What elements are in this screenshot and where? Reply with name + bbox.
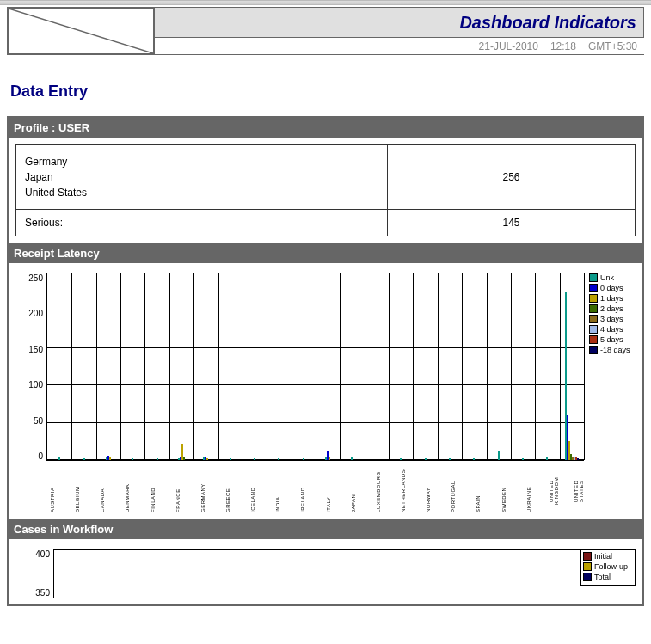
cases-workflow-chart: 400350 InitialFollow-upTotal [9,539,642,604]
bar [230,458,231,460]
x-tick: FINLAND [140,469,165,512]
bar-group [511,273,535,460]
legend-label: Initial [594,552,612,561]
legend-label: 1 days [600,294,623,303]
bar-group [243,273,267,460]
bar-group [486,273,510,460]
legend-label: 0 days [600,284,623,292]
x-tick: JAPAN [341,469,365,512]
bar [183,457,185,460]
bar-group [193,273,218,460]
bar-group [438,273,462,460]
legend-swatch [589,346,598,354]
bar-group [292,273,316,460]
cases-workflow-header: Cases in Workflow [9,519,642,539]
legend-swatch [589,304,598,313]
receipt-latency-chart: 250200150100500 Unk0 days1 days2 days3 d… [9,263,642,468]
x-tick: PORTUGAL [440,469,465,512]
chart-legend: Unk0 days1 days2 days3 days4 days5 days-… [584,273,636,461]
chart-plot-area [53,549,580,598]
report-date: 21-JUL-2010 [479,40,538,52]
bar-group [96,273,120,460]
bar-group [316,273,340,460]
report-tz: GMT+5:30 [588,40,637,52]
report-timestamp: 21-JUL-2010 12:18 GMT+5:30 [155,38,644,55]
x-tick: CANADA [89,469,114,512]
x-tick: BELGIUM [64,469,89,512]
bar [109,457,111,460]
y-tick: 350 [35,588,50,598]
svg-line-0 [9,9,153,53]
legend-item: Total [583,573,633,581]
logo-placeholder [7,7,155,55]
bar [303,458,304,460]
x-axis-labels: AUSTRIABELGIUMCANADADENMARKFINLANDFRANCE… [40,469,591,512]
bar [58,457,60,460]
y-axis-ticks: 250200150100500 [15,273,46,461]
x-tick: GREECE [215,469,240,512]
x-tick: ITALY [316,469,341,512]
legend-swatch [589,315,598,323]
x-tick: IRELAND [290,469,315,512]
bar [546,457,548,460]
y-tick: 150 [28,345,43,354]
bar [449,458,451,460]
bar-group [71,273,95,460]
legend-item: 2 days [589,304,636,313]
window-top-border [0,0,651,5]
x-tick: SPAIN [465,469,490,512]
bar-group [560,273,584,460]
x-tick: LUXEMBOURG [365,469,390,512]
bar [157,458,158,460]
legend-swatch [583,562,592,571]
bar [132,458,133,460]
bar-group [218,273,243,460]
section-title: Data Entry [10,83,641,101]
legend-item: 4 days [589,325,636,334]
legend-label: -18 days [600,346,630,354]
legend-label: 5 days [600,335,623,344]
bar [278,458,279,460]
report-time: 12:18 [550,40,576,52]
y-tick: 250 [28,273,43,283]
x-tick: NORWAY [415,469,440,512]
bar-group [340,273,364,460]
x-tick: NETHERLANDS [390,469,415,512]
receipt-latency-header: Receipt Latency [9,243,642,263]
count-cell: 256 [388,145,636,210]
legend-item: 5 days [589,335,636,344]
x-tick: SWEDEN [491,469,516,512]
legend-item: 3 days [589,315,636,323]
legend-item: Follow-up [583,562,633,571]
serious-label-cell: Serious: [16,210,388,236]
y-tick: 50 [34,416,43,426]
report-title: Dashboard Indicators [155,7,644,38]
legend-label: Total [594,573,611,581]
bar [254,458,255,460]
profile-panel: Profile : USER Germany Japan United Stat… [7,116,644,606]
x-tick: FRANCE [165,469,190,512]
bar-group [535,273,559,460]
bar [351,457,353,460]
bar-group [462,273,486,460]
profile-table: Germany Japan United States 256 Serious:… [15,144,636,236]
x-tick: INDIA [265,469,290,512]
legend-item: Initial [583,552,633,561]
bar [577,458,579,460]
legend-swatch [589,273,598,282]
y-axis-ticks: 400350 [15,549,53,598]
x-tick: ICELAND [240,469,265,512]
legend-swatch [589,335,598,344]
x-tick: DENMARK [114,469,139,512]
bar [400,458,402,460]
legend-label: 2 days [600,304,623,313]
bar-group [169,273,193,460]
bar [83,458,85,460]
bar [473,458,475,460]
x-tick: UKRAINE [516,469,541,512]
y-tick: 200 [28,309,43,318]
x-tick: GERMANY [190,469,215,512]
x-tick: UNITED STATES [566,469,591,512]
report-header: Dashboard Indicators 21-JUL-2010 12:18 G… [7,7,644,55]
x-tick: UNITED KINGDOM [541,469,566,512]
